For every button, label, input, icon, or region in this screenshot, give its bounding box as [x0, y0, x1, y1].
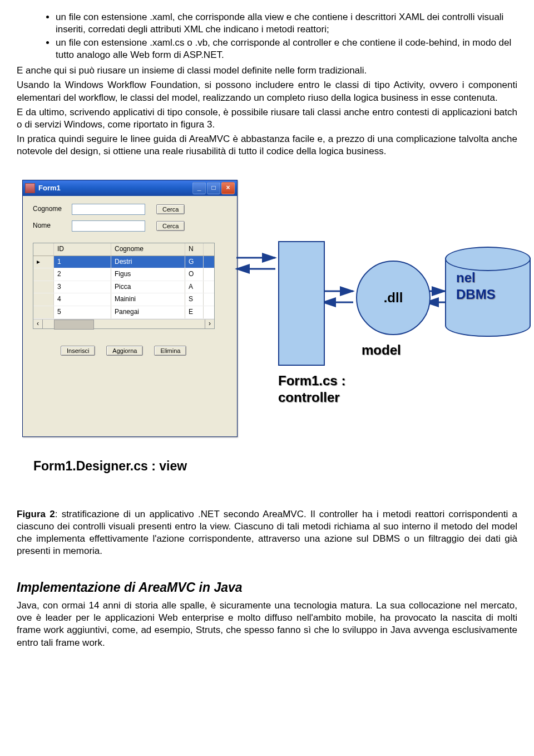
bullet-list: un file con estensione .xaml, che corris… — [17, 11, 517, 61]
minimize-button[interactable]: _ — [192, 182, 206, 194]
table-row[interactable]: 3 Picca A — [33, 281, 214, 294]
grid-header-id[interactable]: ID — [54, 243, 111, 256]
cell: 4 — [54, 293, 111, 306]
bullet-item: un file con estensione .xaml.cs o .vb, c… — [56, 37, 517, 61]
figure-caption: Figura 2: stratificazione di un applicat… — [17, 508, 517, 557]
figure-caption-bold: Figura 2 — [17, 509, 55, 519]
figure-diagram: Form1 _ □ × Cognome Cerca Nome Cerca ID — [17, 180, 517, 492]
winform-window: Form1 _ □ × Cognome Cerca Nome Cerca ID — [22, 180, 238, 437]
figure-caption-text: : stratificazione di un applicativo .NET… — [17, 509, 517, 556]
inserisci-button[interactable]: Inserisci — [61, 346, 95, 356]
table-row[interactable]: 4 Mainini S — [33, 293, 214, 306]
table-row[interactable]: 5 Panegai E — [33, 306, 214, 319]
horizontal-scrollbar[interactable]: ‹ › — [33, 319, 214, 328]
paragraph: E anche qui si può riusare un insieme di… — [17, 65, 517, 77]
paragraph: E da ultimo, scrivendo applicativi di ti… — [17, 106, 517, 131]
cerca-cognome-button[interactable]: Cerca — [156, 204, 185, 214]
cell: Destri — [111, 256, 185, 268]
aggiorna-button[interactable]: Aggiorna — [106, 346, 143, 356]
grid-header-n[interactable]: N — [185, 243, 204, 256]
cognome-label: Cognome — [33, 205, 72, 214]
nome-input[interactable] — [72, 220, 145, 232]
cell: G — [185, 256, 204, 268]
titlebar: Form1 _ □ × — [23, 180, 237, 196]
basedati-label-2: nel — [456, 269, 476, 286]
cell: Mainini — [111, 293, 185, 306]
grid-header-cognome[interactable]: Cognome — [111, 243, 185, 256]
cell: 1 — [54, 256, 111, 268]
section-paragraph: Java, con ormai 14 anni di storia alle s… — [17, 600, 517, 649]
cognome-input[interactable] — [72, 204, 145, 215]
cell: Picca — [111, 281, 185, 293]
cell: E — [185, 306, 204, 318]
section-heading: Implementazione di AreaMVC in Java — [17, 580, 517, 596]
cell: 5 — [54, 306, 111, 318]
nome-label: Nome — [33, 222, 72, 230]
table-row[interactable]: ▸ 1 Destri G — [33, 256, 214, 269]
dll-circle: .dll — [356, 261, 431, 335]
controller-label: controller — [278, 389, 340, 406]
cell: Figus — [111, 268, 185, 281]
basedati-label-3: DBMS — [456, 286, 496, 303]
cell: S — [185, 293, 204, 306]
elimina-button[interactable]: Elimina — [154, 346, 186, 356]
close-button[interactable]: × — [221, 182, 235, 194]
window-title: Form1 — [38, 184, 61, 193]
app-icon — [25, 183, 35, 193]
cerca-nome-button[interactable]: Cerca — [156, 221, 185, 231]
model-label: model — [362, 341, 401, 359]
data-grid[interactable]: ID Cognome N ▸ 1 Destri G 2 Figus O — [33, 243, 215, 329]
maximize-button[interactable]: □ — [207, 182, 220, 194]
cell: 2 — [54, 268, 111, 281]
cell: Panegai — [111, 306, 185, 318]
cell: A — [185, 281, 204, 293]
designer-label: Form1.Designer.cs : view — [33, 458, 187, 475]
paragraph: In pratica quindi seguire le linee guida… — [17, 133, 517, 158]
paragraph: Usando la Windows Workflow Foundation, s… — [17, 79, 517, 104]
cell: 3 — [54, 281, 111, 293]
bullet-item: un file con estensione .xaml, che corris… — [56, 11, 517, 36]
controller-rect — [278, 241, 325, 366]
table-row[interactable]: 2 Figus O — [33, 268, 214, 281]
cell: O — [185, 268, 204, 281]
form1cs-label: Form1.cs : — [278, 372, 345, 389]
